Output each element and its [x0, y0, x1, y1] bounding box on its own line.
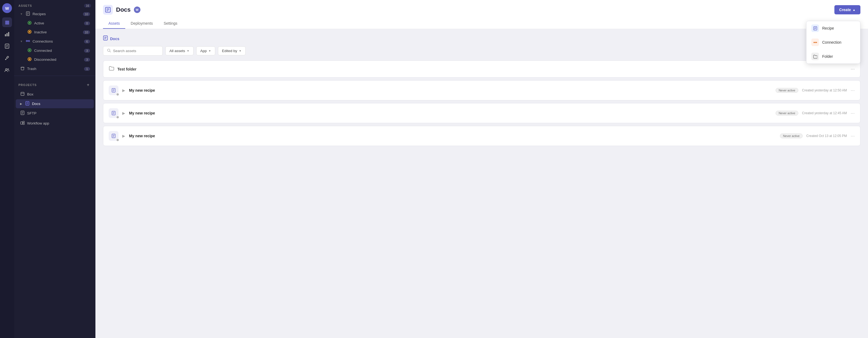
edited-by-label: Edited by: [222, 49, 237, 53]
community-icon[interactable]: [2, 65, 12, 75]
sidebar-item-workflow-app[interactable]: Workflow app + Create folder ···: [16, 118, 94, 128]
tab-deployments[interactable]: Deployments: [125, 19, 158, 29]
app-title-badge: W: [134, 6, 141, 13]
recipe-name-2: My new recipe: [129, 111, 772, 115]
app-header: Docs W Create ▲: [95, 0, 868, 29]
recipe-status-indicator-3: ?: [116, 138, 119, 142]
sidebar-item-docs[interactable]: ▶ Docs: [16, 99, 94, 108]
never-active-badge-1: Never active: [776, 88, 798, 93]
sidebar-item-sftp[interactable]: SFTP: [16, 109, 94, 118]
recipe-dropdown-icon: [811, 24, 819, 32]
folder-icon: [109, 66, 114, 73]
avatar[interactable]: W: [2, 3, 12, 13]
tools-icon[interactable]: [2, 53, 12, 63]
recipe-icon-2: ?: [109, 108, 119, 118]
svg-point-19: [28, 40, 30, 42]
svg-point-17: [29, 31, 30, 33]
connected-label: Connected: [34, 49, 82, 53]
connections-count: 6: [84, 39, 90, 44]
folder-card[interactable]: Test folder ···: [103, 60, 860, 78]
create-connection-item[interactable]: Connection: [806, 35, 860, 49]
create-folder-item[interactable]: Folder: [806, 49, 860, 63]
layers-icon[interactable]: ▦: [2, 17, 12, 27]
tab-settings[interactable]: Settings: [158, 19, 183, 29]
docs-icon: [25, 101, 30, 106]
sidebar-item-connections[interactable]: ▼ Connections 6: [16, 37, 94, 46]
never-active-badge-3: Never active: [780, 134, 802, 138]
svg-point-9: [8, 68, 9, 70]
recipe-more-button-2[interactable]: ···: [851, 110, 855, 116]
toolbar-row: All assets ▼ App ▼ Edited by ▼: [103, 46, 860, 56]
svg-rect-40: [23, 121, 24, 122]
svg-point-8: [5, 68, 7, 70]
active-count: 0: [84, 22, 90, 25]
app-title-icon: [103, 5, 113, 15]
recipe-more-button-1[interactable]: ···: [851, 88, 855, 93]
inactive-count: 10: [83, 30, 90, 34]
sidebar-item-disconnected[interactable]: Disconnected 3: [16, 55, 94, 64]
create-button[interactable]: Create ▲: [834, 5, 860, 15]
create-connection-label: Connection: [822, 40, 841, 45]
add-project-button[interactable]: +: [85, 82, 91, 88]
recipe-row-2[interactable]: ? ▶ My new recipe Never active Created y…: [103, 103, 860, 123]
connections-label: Connections: [33, 39, 82, 44]
trash-label: Trash: [27, 67, 82, 71]
tabs: Assets Deployments Settings: [103, 19, 860, 29]
recipe-status-indicator-1: ?: [116, 93, 119, 96]
assets-section-title: ASSETS: [19, 4, 32, 7]
folder-more-button[interactable]: ···: [851, 66, 855, 72]
sidebar: ASSETS 16 ▼ Recipes 10 Active 0: [14, 0, 95, 338]
recipes-label: Recipes: [33, 12, 81, 16]
sidebar-item-inactive[interactable]: Inactive 10: [16, 28, 94, 36]
chevron-down-icon: ▼: [20, 12, 23, 16]
sidebar-item-connected[interactable]: Connected 3: [16, 47, 94, 55]
app-filter[interactable]: App ▼: [196, 47, 215, 55]
svg-point-18: [26, 40, 27, 42]
add-folder-button[interactable]: +: [77, 120, 83, 126]
sidebar-item-box[interactable]: Box: [16, 90, 94, 99]
workflow-app-icon: [20, 121, 25, 126]
more-options-button[interactable]: ···: [84, 120, 90, 126]
docs-label: Docs: [32, 102, 90, 106]
connections-icon: [26, 39, 30, 44]
recipe-row-1[interactable]: ? ▶ My new recipe Never active Created y…: [103, 80, 860, 101]
edited-by-filter[interactable]: Edited by ▼: [218, 47, 246, 55]
search-box[interactable]: [103, 46, 163, 56]
create-dropdown: Recipe Connection: [806, 21, 860, 64]
active-status-icon: [27, 21, 32, 26]
all-assets-filter[interactable]: All assets ▼: [165, 47, 193, 55]
svg-rect-0: [5, 34, 6, 36]
sftp-label: SFTP: [27, 111, 90, 115]
sidebar-item-trash[interactable]: Trash 1: [16, 64, 94, 73]
projects-section-header: PROJECTS +: [14, 78, 95, 89]
book-icon[interactable]: [2, 41, 12, 51]
app-title: Docs W: [103, 5, 141, 15]
recipe-more-button-3[interactable]: ···: [851, 133, 855, 139]
disconnected-count: 3: [84, 58, 90, 62]
assets-section-header: ASSETS 16: [14, 0, 95, 9]
sidebar-item-recipes[interactable]: ▼ Recipes 10: [16, 9, 94, 19]
all-assets-chevron: ▼: [187, 49, 189, 52]
sidebar-item-active[interactable]: Active 0: [16, 19, 94, 27]
connected-count: 3: [84, 49, 90, 53]
projects-section-title: PROJECTS: [19, 83, 37, 87]
create-folder-label: Folder: [822, 54, 833, 59]
docs-breadcrumb: Docs: [103, 35, 860, 42]
tab-assets[interactable]: Assets: [103, 19, 125, 29]
svg-line-57: [110, 51, 111, 52]
edited-by-chevron: ▼: [239, 49, 242, 52]
app-chevron: ▼: [209, 49, 211, 52]
search-input[interactable]: [113, 49, 159, 53]
disconnected-label: Disconnected: [34, 57, 82, 62]
recipe-date-3: Created Oct 13 at 12:05 PM: [806, 134, 847, 138]
box-icon: [20, 92, 25, 97]
recipe-arrow-1: ▶: [122, 88, 125, 92]
create-recipe-item[interactable]: Recipe: [806, 21, 860, 35]
chart-icon[interactable]: [2, 29, 12, 39]
svg-rect-2: [8, 32, 9, 36]
active-label: Active: [34, 21, 82, 25]
svg-point-22: [29, 49, 30, 51]
recipe-row-3[interactable]: ? ▶ My new recipe Never active Created O…: [103, 126, 860, 146]
create-folder-tooltip-wrap: + Create folder: [77, 120, 83, 126]
svg-rect-39: [21, 122, 23, 124]
